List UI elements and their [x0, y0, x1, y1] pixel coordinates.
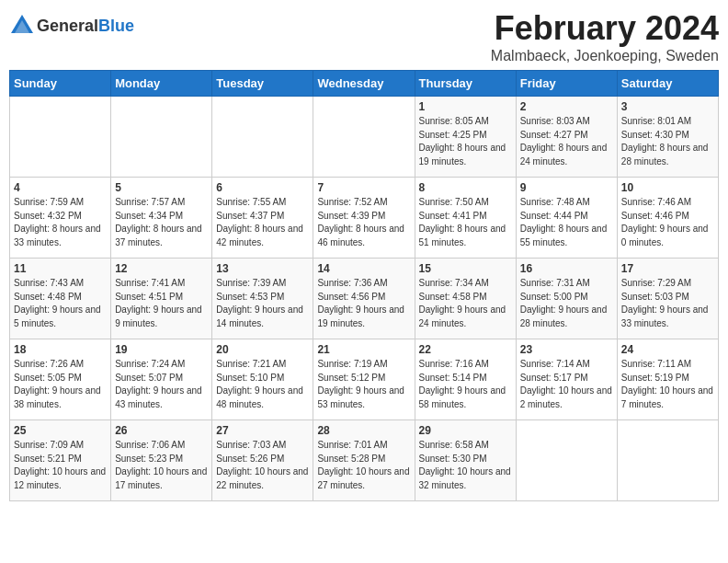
calendar-cell: 24Sunrise: 7:11 AM Sunset: 5:19 PM Dayli… — [617, 339, 718, 420]
calendar-table: SundayMondayTuesdayWednesdayThursdayFrid… — [9, 70, 719, 501]
calendar-week-row: 11Sunrise: 7:43 AM Sunset: 4:48 PM Dayli… — [10, 259, 719, 339]
cell-info: Sunrise: 7:14 AM Sunset: 5:17 PM Dayligh… — [520, 358, 613, 411]
logo-icon — [9, 13, 35, 39]
location-title: Malmbaeck, Joenkoeping, Sweden — [491, 48, 719, 64]
calendar-cell: 8Sunrise: 7:50 AM Sunset: 4:41 PM Daylig… — [415, 178, 516, 259]
day-number: 28 — [317, 424, 410, 437]
day-number: 7 — [317, 181, 410, 194]
logo: GeneralBlue — [9, 13, 134, 39]
calendar-week-row: 18Sunrise: 7:26 AM Sunset: 5:05 PM Dayli… — [10, 339, 719, 420]
calendar-cell: 13Sunrise: 7:39 AM Sunset: 4:53 PM Dayli… — [212, 259, 313, 339]
day-number: 6 — [216, 181, 309, 194]
calendar-cell — [617, 420, 718, 501]
calendar-cell — [313, 97, 415, 178]
page-header: GeneralBlue February 2024 Malmbaeck, Joe… — [9, 9, 719, 64]
day-number: 16 — [520, 262, 613, 275]
cell-info: Sunrise: 7:34 AM Sunset: 4:58 PM Dayligh… — [419, 277, 512, 330]
day-number: 19 — [115, 343, 208, 356]
day-number: 11 — [14, 262, 107, 275]
calendar-cell: 9Sunrise: 7:48 AM Sunset: 4:44 PM Daylig… — [516, 178, 617, 259]
calendar-cell: 19Sunrise: 7:24 AM Sunset: 5:07 PM Dayli… — [111, 339, 212, 420]
cell-info: Sunrise: 8:05 AM Sunset: 4:25 PM Dayligh… — [419, 115, 512, 168]
cell-info: Sunrise: 7:03 AM Sunset: 5:26 PM Dayligh… — [216, 439, 309, 492]
calendar-cell: 27Sunrise: 7:03 AM Sunset: 5:26 PM Dayli… — [212, 420, 313, 501]
day-number: 22 — [419, 343, 512, 356]
day-of-week-header: Monday — [111, 71, 212, 97]
day-number: 8 — [419, 181, 512, 194]
day-number: 26 — [115, 424, 208, 437]
cell-info: Sunrise: 7:48 AM Sunset: 4:44 PM Dayligh… — [520, 196, 613, 249]
cell-info: Sunrise: 7:36 AM Sunset: 4:56 PM Dayligh… — [317, 277, 410, 330]
cell-info: Sunrise: 7:50 AM Sunset: 4:41 PM Dayligh… — [419, 196, 512, 249]
cell-info: Sunrise: 7:29 AM Sunset: 5:03 PM Dayligh… — [621, 277, 714, 330]
calendar-cell: 21Sunrise: 7:19 AM Sunset: 5:12 PM Dayli… — [313, 339, 415, 420]
day-number: 29 — [419, 424, 512, 437]
day-number: 12 — [115, 262, 208, 275]
cell-info: Sunrise: 7:24 AM Sunset: 5:07 PM Dayligh… — [115, 358, 208, 411]
day-number: 14 — [317, 262, 410, 275]
cell-info: Sunrise: 7:09 AM Sunset: 5:21 PM Dayligh… — [14, 439, 107, 492]
calendar-cell: 2Sunrise: 8:03 AM Sunset: 4:27 PM Daylig… — [516, 97, 617, 178]
day-number: 20 — [216, 343, 309, 356]
cell-info: Sunrise: 7:46 AM Sunset: 4:46 PM Dayligh… — [621, 196, 714, 249]
calendar-cell — [111, 97, 212, 178]
calendar-week-row: 1Sunrise: 8:05 AM Sunset: 4:25 PM Daylig… — [10, 97, 719, 178]
calendar-cell: 25Sunrise: 7:09 AM Sunset: 5:21 PM Dayli… — [10, 420, 111, 501]
cell-info: Sunrise: 7:11 AM Sunset: 5:19 PM Dayligh… — [621, 358, 714, 411]
cell-info: Sunrise: 7:39 AM Sunset: 4:53 PM Dayligh… — [216, 277, 309, 330]
cell-info: Sunrise: 8:03 AM Sunset: 4:27 PM Dayligh… — [520, 115, 613, 168]
cell-info: Sunrise: 7:16 AM Sunset: 5:14 PM Dayligh… — [419, 358, 512, 411]
cell-info: Sunrise: 8:01 AM Sunset: 4:30 PM Dayligh… — [621, 115, 714, 168]
calendar-cell: 6Sunrise: 7:55 AM Sunset: 4:37 PM Daylig… — [212, 178, 313, 259]
calendar-cell — [212, 97, 313, 178]
day-number: 27 — [216, 424, 309, 437]
day-number: 21 — [317, 343, 410, 356]
calendar-cell: 18Sunrise: 7:26 AM Sunset: 5:05 PM Dayli… — [10, 339, 111, 420]
day-of-week-header: Sunday — [10, 71, 111, 97]
day-number: 18 — [14, 343, 107, 356]
calendar-cell: 26Sunrise: 7:06 AM Sunset: 5:23 PM Dayli… — [111, 420, 212, 501]
calendar-cell: 10Sunrise: 7:46 AM Sunset: 4:46 PM Dayli… — [617, 178, 718, 259]
day-of-week-header: Tuesday — [212, 71, 313, 97]
calendar-cell — [10, 97, 111, 178]
calendar-cell: 20Sunrise: 7:21 AM Sunset: 5:10 PM Dayli… — [212, 339, 313, 420]
cell-info: Sunrise: 7:06 AM Sunset: 5:23 PM Dayligh… — [115, 439, 208, 492]
day-of-week-header: Thursday — [415, 71, 516, 97]
cell-info: Sunrise: 7:57 AM Sunset: 4:34 PM Dayligh… — [115, 196, 208, 249]
day-number: 24 — [621, 343, 714, 356]
day-of-week-header: Friday — [516, 71, 617, 97]
calendar-cell: 4Sunrise: 7:59 AM Sunset: 4:32 PM Daylig… — [10, 178, 111, 259]
calendar-cell: 28Sunrise: 7:01 AM Sunset: 5:28 PM Dayli… — [313, 420, 415, 501]
calendar-cell: 23Sunrise: 7:14 AM Sunset: 5:17 PM Dayli… — [516, 339, 617, 420]
cell-info: Sunrise: 7:21 AM Sunset: 5:10 PM Dayligh… — [216, 358, 309, 411]
day-number: 10 — [621, 181, 714, 194]
cell-info: Sunrise: 7:43 AM Sunset: 4:48 PM Dayligh… — [14, 277, 107, 330]
day-number: 15 — [419, 262, 512, 275]
day-number: 17 — [621, 262, 714, 275]
calendar-cell: 17Sunrise: 7:29 AM Sunset: 5:03 PM Dayli… — [617, 259, 718, 339]
month-title: February 2024 — [491, 9, 719, 48]
calendar-header-row: SundayMondayTuesdayWednesdayThursdayFrid… — [10, 71, 719, 97]
logo-blue-text: Blue — [98, 17, 134, 35]
day-of-week-header: Saturday — [617, 71, 718, 97]
day-number: 5 — [115, 181, 208, 194]
calendar-cell: 5Sunrise: 7:57 AM Sunset: 4:34 PM Daylig… — [111, 178, 212, 259]
calendar-cell — [516, 420, 617, 501]
cell-info: Sunrise: 7:19 AM Sunset: 5:12 PM Dayligh… — [317, 358, 410, 411]
cell-info: Sunrise: 6:58 AM Sunset: 5:30 PM Dayligh… — [419, 439, 512, 492]
cell-info: Sunrise: 7:41 AM Sunset: 4:51 PM Dayligh… — [115, 277, 208, 330]
calendar-cell: 14Sunrise: 7:36 AM Sunset: 4:56 PM Dayli… — [313, 259, 415, 339]
calendar-cell: 3Sunrise: 8:01 AM Sunset: 4:30 PM Daylig… — [617, 97, 718, 178]
calendar-cell: 11Sunrise: 7:43 AM Sunset: 4:48 PM Dayli… — [10, 259, 111, 339]
calendar-body: 1Sunrise: 8:05 AM Sunset: 4:25 PM Daylig… — [10, 97, 719, 501]
calendar-cell: 1Sunrise: 8:05 AM Sunset: 4:25 PM Daylig… — [415, 97, 516, 178]
cell-info: Sunrise: 7:52 AM Sunset: 4:39 PM Dayligh… — [317, 196, 410, 249]
day-of-week-header: Wednesday — [313, 71, 415, 97]
calendar-week-row: 4Sunrise: 7:59 AM Sunset: 4:32 PM Daylig… — [10, 178, 719, 259]
day-number: 1 — [419, 100, 512, 113]
calendar-cell: 29Sunrise: 6:58 AM Sunset: 5:30 PM Dayli… — [415, 420, 516, 501]
cell-info: Sunrise: 7:01 AM Sunset: 5:28 PM Dayligh… — [317, 439, 410, 492]
logo-general-text: General — [37, 17, 98, 35]
day-number: 23 — [520, 343, 613, 356]
calendar-cell: 22Sunrise: 7:16 AM Sunset: 5:14 PM Dayli… — [415, 339, 516, 420]
